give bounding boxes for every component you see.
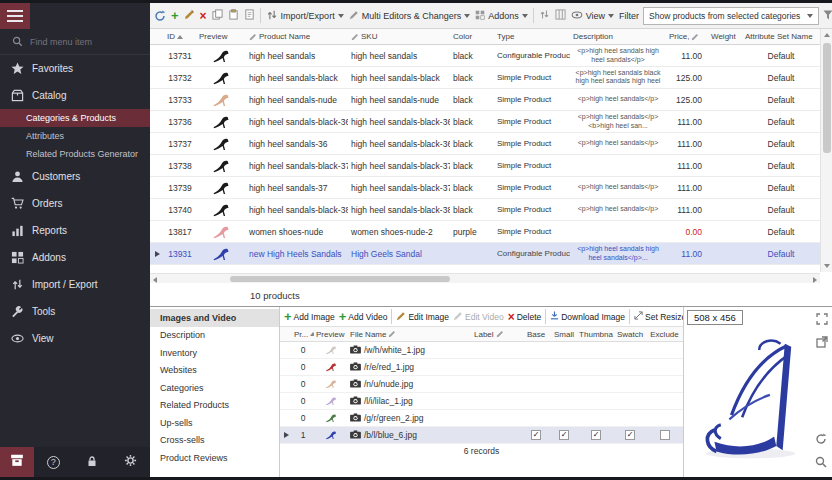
sort-button[interactable] bbox=[539, 9, 550, 22]
sidebar-item-view[interactable]: View bbox=[0, 325, 150, 352]
edit-image-button[interactable]: Edit Image bbox=[396, 311, 449, 323]
media-row[interactable]: 0/w/h/white_1.jpg bbox=[280, 342, 683, 359]
lock-button[interactable] bbox=[73, 453, 112, 471]
column-header-id[interactable]: ID bbox=[164, 32, 196, 41]
document-button[interactable] bbox=[244, 9, 255, 22]
product-row[interactable]: 13736high heel sandals-black-36high heel… bbox=[150, 111, 820, 133]
product-row[interactable]: 13817women shoes-nudewomen shoes-nude-2p… bbox=[150, 221, 820, 243]
media-row[interactable]: 0/r/e/red_1.jpg bbox=[280, 359, 683, 376]
column-header-attribute-set-name[interactable]: Attribute Set Name bbox=[742, 32, 820, 41]
media-column-header-pr[interactable]: Pr... bbox=[292, 330, 314, 339]
filter-select[interactable]: Show products from selected categories bbox=[643, 7, 819, 25]
sidebar-item-catalog[interactable]: Catalog bbox=[0, 82, 150, 109]
delete-image-button[interactable]: ×Delete bbox=[508, 312, 542, 322]
add-image-button[interactable]: +Add Image bbox=[284, 312, 335, 322]
add-video-button[interactable]: +Add Video bbox=[339, 312, 388, 322]
base-checkbox[interactable]: ✓ bbox=[522, 430, 550, 440]
sidebar-item-reports[interactable]: Reports bbox=[0, 217, 150, 244]
media-row-selector[interactable] bbox=[280, 432, 292, 438]
tab-product-reviews[interactable]: Product Reviews bbox=[150, 449, 279, 467]
media-column-header-small[interactable]: Small bbox=[550, 330, 578, 339]
sidebar-item-tools[interactable]: Tools bbox=[0, 298, 150, 325]
product-row[interactable]: 13739high heel sandals-37high heel sanda… bbox=[150, 177, 820, 199]
fullscreen-button[interactable] bbox=[816, 311, 828, 329]
set-resize-rule-button[interactable]: Set Resize Rule bbox=[634, 311, 683, 322]
product-row[interactable]: 13931new High Heels SandalsHigh Geels Sa… bbox=[150, 243, 820, 265]
product-row[interactable]: 13732high heel sandals-blackhigh heel sa… bbox=[150, 67, 820, 89]
edit-product-button[interactable] bbox=[184, 9, 195, 22]
column-header-description[interactable]: Description bbox=[570, 32, 666, 41]
paste-button[interactable] bbox=[228, 9, 239, 22]
view-menu[interactable]: View bbox=[571, 9, 614, 23]
product-row[interactable]: 13740high heel sandals-black-38high heel… bbox=[150, 199, 820, 221]
media-column-header-file-name[interactable]: File Name bbox=[348, 330, 472, 339]
add-product-button[interactable]: + bbox=[171, 11, 179, 21]
tab-images-and-video[interactable]: Images and Video bbox=[150, 309, 279, 327]
columns-button[interactable] bbox=[555, 9, 566, 22]
media-column-header-thumbna[interactable]: Thumbna bbox=[578, 330, 614, 339]
horizontal-scrollbar[interactable] bbox=[150, 273, 820, 283]
refresh-button[interactable] bbox=[154, 10, 166, 22]
settings-button[interactable] bbox=[111, 453, 150, 471]
edit-video-button[interactable]: Edit Video bbox=[453, 311, 504, 323]
media-priority: 0 bbox=[292, 379, 314, 389]
product-row[interactable]: 13731high heel sandalshigh heel sandalsb… bbox=[150, 45, 820, 67]
product-row[interactable]: 13733high heel sandals-nudehigh heel san… bbox=[150, 89, 820, 111]
download-image-button[interactable]: Download Image bbox=[550, 311, 625, 322]
tab-websites[interactable]: Websites bbox=[150, 362, 279, 380]
zoom-button[interactable] bbox=[815, 454, 827, 472]
filters-button[interactable]: Filters bbox=[823, 10, 832, 22]
vertical-scrollbar[interactable] bbox=[820, 29, 832, 272]
import-export-menu[interactable]: Import/Export bbox=[266, 9, 344, 23]
tab-categories[interactable]: Categories bbox=[150, 379, 279, 397]
tab-description[interactable]: Description bbox=[150, 327, 279, 345]
media-column-header-exclude[interactable]: Exclude bbox=[646, 330, 683, 339]
column-header-color[interactable]: Color bbox=[450, 32, 494, 41]
product-row[interactable]: 13738high heel sandals-black-37high heel… bbox=[150, 155, 820, 177]
column-header-sku[interactable]: SKU bbox=[348, 32, 450, 41]
sidebar-item-attributes[interactable]: Attributes bbox=[0, 127, 150, 145]
addons-menu[interactable]: Addons bbox=[475, 10, 528, 22]
row-expander[interactable] bbox=[150, 251, 164, 257]
tab-inventory[interactable]: Inventory bbox=[150, 344, 279, 362]
delete-product-button[interactable]: × bbox=[200, 11, 207, 21]
sidebar-search-input[interactable]: Find menu item bbox=[0, 29, 150, 55]
sidebar-item-import-export[interactable]: Import / Export bbox=[0, 271, 150, 298]
column-header-type[interactable]: Type bbox=[494, 32, 570, 41]
multi-editors-menu[interactable]: Multi Editors & Changers bbox=[349, 10, 471, 22]
sidebar-item-customers[interactable]: Customers bbox=[0, 163, 150, 190]
sidebar-item-orders[interactable]: Orders bbox=[0, 190, 150, 217]
column-header-preview[interactable]: Preview bbox=[196, 32, 246, 41]
column-header-weight[interactable]: Weight bbox=[708, 32, 742, 41]
media-column-header-base[interactable]: Base bbox=[522, 330, 550, 339]
scrollbar-thumb[interactable] bbox=[230, 276, 450, 282]
save-button[interactable] bbox=[0, 447, 34, 477]
sidebar-item-favorites[interactable]: Favorites bbox=[0, 55, 150, 82]
thumbnail-checkbox[interactable]: ✓ bbox=[578, 430, 614, 440]
media-column-header-swatch[interactable]: Swatch bbox=[614, 330, 646, 339]
menu-icon[interactable] bbox=[0, 3, 30, 29]
swatch-checkbox[interactable]: ✓ bbox=[614, 430, 646, 440]
help-button[interactable]: ? bbox=[34, 456, 73, 469]
sidebar-item-categories-products[interactable]: Categories & Products bbox=[0, 109, 150, 127]
media-column-header-preview[interactable]: Preview bbox=[314, 330, 348, 339]
sidebar-item-addons[interactable]: Addons bbox=[0, 244, 150, 271]
exclude-checkbox[interactable] bbox=[646, 430, 683, 440]
column-header-price[interactable]: Price, bbox=[666, 32, 708, 41]
scrollbar-thumb[interactable] bbox=[823, 43, 831, 153]
tab-related-products[interactable]: Related Products bbox=[150, 397, 279, 415]
media-column-header-label[interactable]: Label bbox=[472, 330, 522, 339]
media-thumbnail bbox=[314, 412, 348, 424]
product-row[interactable]: 13737high heel sandals-36high heel sanda… bbox=[150, 133, 820, 155]
media-row[interactable]: 0/g/r/green_2.jpg bbox=[280, 410, 683, 427]
media-row[interactable]: 0/l/i/lilac_1.jpg bbox=[280, 393, 683, 410]
media-row[interactable]: 1/b/l/blue_6.jpg✓✓✓✓ bbox=[280, 427, 683, 444]
tab-cross-sells[interactable]: Cross-sells bbox=[150, 432, 279, 450]
tab-up-sells[interactable]: Up-sells bbox=[150, 414, 279, 432]
copy-button[interactable] bbox=[212, 9, 223, 22]
media-row[interactable]: 0/n/u/nude.jpg bbox=[280, 376, 683, 393]
sidebar-item-related-products-generator[interactable]: Related Products Generator bbox=[0, 145, 150, 163]
small-checkbox[interactable]: ✓ bbox=[550, 430, 578, 440]
column-header-product-name[interactable]: Product Name bbox=[246, 32, 348, 41]
rotate-button[interactable] bbox=[815, 431, 827, 449]
